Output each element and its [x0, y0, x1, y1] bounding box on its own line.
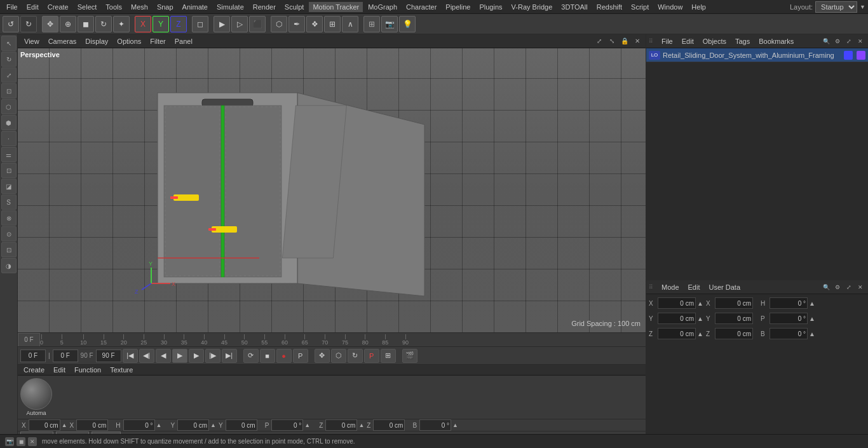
left-icon-select[interactable]: ⊡	[1, 83, 17, 98]
attr-x-pos-input[interactable]	[658, 297, 696, 309]
viewport[interactable]: X Y Z Perspective Grid Spacing : 100 cm	[18, 48, 646, 332]
left-icon-rotate[interactable]: ↻	[1, 51, 17, 67]
menu-motion-tracker[interactable]: Motion Tracker	[309, 2, 363, 12]
left-icon-paint[interactable]: ◑	[1, 258, 17, 273]
menu-pipeline[interactable]: Pipeline	[442, 2, 474, 12]
instance-tool[interactable]: ❖	[306, 16, 323, 32]
menu-window[interactable]: Window	[654, 2, 686, 12]
transform-tool[interactable]: ✦	[113, 16, 130, 32]
camera-toggle[interactable]: 📷	[381, 16, 398, 32]
transport-next-frame[interactable]: ▶	[189, 349, 204, 363]
transport-next-key[interactable]: |▶	[205, 349, 220, 363]
left-icon-edge[interactable]: ⬢	[1, 115, 17, 130]
menu-animate[interactable]: Animate	[179, 2, 212, 12]
left-icon-move[interactable]: ↖	[1, 36, 17, 51]
vp-icon-arrows[interactable]: ⤡	[606, 36, 618, 47]
bp-menu-function[interactable]: Function	[71, 365, 104, 375]
material-thumbnail[interactable]	[20, 378, 52, 410]
transport-prev-frame[interactable]: ◀	[156, 349, 171, 363]
vp-menu-options[interactable]: Options	[113, 36, 145, 46]
render-to-picture[interactable]: ⬛	[249, 16, 266, 32]
z-rot-field[interactable]	[373, 419, 405, 431]
menu-tools[interactable]: Tools	[102, 2, 126, 12]
menu-select[interactable]: Select	[74, 2, 101, 12]
vp-menu-display[interactable]: Display	[81, 36, 112, 46]
array-tool[interactable]: ⊞	[324, 16, 341, 32]
object-mode[interactable]: ◻	[192, 16, 208, 32]
x-pos-field[interactable]	[29, 419, 60, 431]
attr-z2-input[interactable]	[715, 328, 753, 339]
vp-menu-panel[interactable]: Panel	[171, 36, 196, 46]
attr-menu-userdata[interactable]: User Data	[706, 282, 744, 292]
obj-menu-objects[interactable]: Objects	[700, 36, 729, 46]
left-icon-extrude[interactable]: ⊡	[1, 163, 17, 178]
y-pos-field[interactable]	[177, 419, 209, 431]
left-icon-smooth[interactable]: ⊙	[1, 226, 17, 241]
move-tool[interactable]: ⊕	[60, 16, 76, 32]
attr-settings-icon[interactable]: ⚙	[832, 282, 843, 292]
menu-sculpt[interactable]: Sculpt	[281, 2, 308, 12]
menu-render[interactable]: Render	[249, 2, 280, 12]
obj-menu-edit[interactable]: Edit	[679, 36, 697, 46]
obj-tag-blue[interactable]	[844, 51, 853, 60]
vp-icon-close[interactable]: ✕	[632, 36, 643, 47]
vp-menu-view[interactable]: View	[20, 36, 43, 46]
vp-icon-expand[interactable]: ⤢	[593, 36, 605, 47]
bp-menu-edit[interactable]: Edit	[50, 365, 69, 375]
obj-tag-purple[interactable]	[857, 51, 865, 60]
menu-character[interactable]: Character	[402, 2, 440, 12]
menu-simulate[interactable]: Simulate	[213, 2, 248, 12]
menu-mograph[interactable]: MoGraph	[364, 2, 401, 12]
transport-prev-key[interactable]: ◀|	[139, 349, 154, 363]
transport-film[interactable]: 🎬	[402, 349, 417, 363]
render-view[interactable]: ▶	[214, 16, 230, 32]
z-axis[interactable]: Z	[170, 16, 187, 32]
transport-keyframe-pos[interactable]: P	[364, 349, 379, 363]
transport-keyframe-grid[interactable]: ⊞	[381, 349, 396, 363]
attr-x2-input[interactable]	[715, 297, 753, 309]
vp-menu-filter[interactable]: Filter	[146, 36, 169, 46]
obj-settings-icon[interactable]: ⚙	[832, 36, 843, 46]
vp-icon-lock[interactable]: 🔒	[619, 36, 630, 47]
transport-play[interactable]: ▶	[172, 349, 187, 363]
transport-rotate-key[interactable]: ↻	[348, 349, 363, 363]
attr-z-pos-input[interactable]	[658, 328, 696, 339]
menu-redshift[interactable]: Redshift	[593, 2, 626, 12]
attr-menu-mode[interactable]: Mode	[658, 282, 682, 292]
x-rot-field[interactable]	[76, 419, 108, 431]
cube-tool[interactable]: ⬡	[271, 16, 287, 32]
bp-menu-create[interactable]: Create	[20, 365, 48, 375]
light-toggle[interactable]: 💡	[399, 16, 416, 32]
b-field[interactable]	[419, 419, 451, 431]
menu-plugins[interactable]: Plugins	[475, 2, 506, 12]
obj-menu-tags[interactable]: Tags	[732, 36, 753, 46]
menu-create[interactable]: Create	[44, 2, 72, 12]
render-viewport[interactable]: ▷	[231, 16, 248, 32]
redo-button[interactable]: ↻	[20, 16, 37, 32]
y-rot-field[interactable]	[226, 419, 257, 431]
attr-search-icon[interactable]: 🔍	[821, 282, 831, 292]
transport-to-start[interactable]: |◀	[123, 349, 138, 363]
menu-3dtoall[interactable]: 3DTOAll	[557, 2, 591, 12]
layout-select[interactable]: Startup	[815, 1, 857, 13]
left-icon-polygon[interactable]: ⬡	[1, 99, 17, 114]
obj-expand-icon[interactable]: ⤢	[844, 36, 854, 46]
left-icon-knife[interactable]: ⚌	[1, 147, 17, 162]
z-pos-field[interactable]	[325, 419, 357, 431]
undo-button[interactable]: ↺	[3, 16, 19, 32]
left-icon-mirror[interactable]: ⊡	[1, 242, 17, 257]
left-icon-scale[interactable]: ⤢	[1, 67, 17, 83]
obj-menu-bookmarks[interactable]: Bookmarks	[756, 36, 797, 46]
left-icon-weld[interactable]: S	[1, 194, 17, 210]
pen-tool[interactable]: ✒	[288, 16, 305, 32]
left-icon-bevel[interactable]: ◪	[1, 179, 17, 194]
attr-b-input[interactable]	[770, 328, 808, 339]
grid-toggle[interactable]: ⊞	[363, 16, 380, 32]
p-field[interactable]	[271, 419, 303, 431]
left-icon-point[interactable]: ·	[1, 131, 17, 146]
menu-snap[interactable]: Snap	[153, 2, 177, 12]
attr-y2-input[interactable]	[715, 313, 753, 324]
menu-help[interactable]: Help	[688, 2, 710, 12]
transport-auto-key[interactable]: P	[293, 349, 308, 363]
obj-menu-file[interactable]: File	[658, 36, 676, 46]
